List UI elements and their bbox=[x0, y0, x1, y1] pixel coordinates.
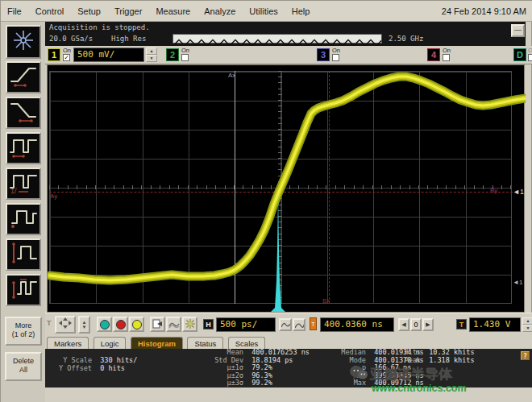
v-top-button[interactable] bbox=[6, 274, 41, 306]
left-arrow-icon: ◀ bbox=[401, 321, 405, 328]
shrink-wave-icon bbox=[281, 317, 290, 332]
trigger-level-field[interactable]: 1.430 V bbox=[469, 317, 521, 332]
channel-3-button[interactable]: 3 bbox=[317, 48, 330, 61]
peak-value: 1.318 khits bbox=[429, 356, 474, 364]
y-offset-label: Y Offset bbox=[50, 365, 92, 373]
channel-digital-button[interactable]: D bbox=[513, 48, 526, 61]
plus-width-button[interactable] bbox=[6, 132, 41, 164]
channel-1-scale-field[interactable]: 500 mV/ bbox=[73, 48, 144, 62]
marker-color-teal-button[interactable] bbox=[97, 317, 112, 332]
menu-bar: File Control Setup Trigger Measure Analy… bbox=[1, 1, 532, 22]
yellow-circle-icon bbox=[132, 320, 142, 329]
svg-text:1/: 1/ bbox=[10, 187, 17, 194]
period-icon bbox=[8, 205, 39, 233]
scope-main-area: Acquisition is stopped. 20.0 GSa/s High … bbox=[45, 22, 532, 402]
marker-star-button[interactable] bbox=[6, 25, 41, 59]
waveform-display: Ax Bx Ay By ◄1 ◄1 bbox=[47, 64, 525, 313]
sigma3-value: 99.2% bbox=[251, 379, 272, 387]
ground-reference-marker[interactable]: ◄1 bbox=[513, 279, 522, 286]
y-scale-value: 330 hits/ bbox=[100, 356, 137, 364]
sample-rate: 20.0 GSa/s bbox=[49, 35, 93, 43]
channel-1-on-label: On bbox=[63, 47, 71, 54]
menu-help[interactable]: Help bbox=[292, 6, 310, 16]
frequency-button[interactable]: 1/ bbox=[6, 168, 41, 200]
more-button[interactable]: More (1 of 2) bbox=[5, 317, 42, 346]
max-value: 400.09712 ns bbox=[374, 379, 423, 387]
delay-right-button[interactable]: ▶ bbox=[422, 318, 434, 331]
fall-time-button[interactable] bbox=[6, 97, 41, 129]
horizontal-label: H bbox=[203, 319, 214, 329]
v-top-icon bbox=[8, 276, 39, 304]
menu-analyze[interactable]: Analyze bbox=[204, 6, 235, 16]
delete-all-button[interactable]: Delete All bbox=[5, 352, 42, 381]
sigma2-value: 96.3% bbox=[251, 371, 272, 379]
help-button[interactable]: ? bbox=[521, 351, 530, 360]
min-value: 399.93845 ns bbox=[374, 371, 423, 379]
rise-time-button[interactable] bbox=[6, 61, 41, 93]
menu-measure[interactable]: Measure bbox=[156, 6, 190, 16]
marker-flag-left-icon: T bbox=[47, 319, 52, 327]
acquisition-status-bar: Acquisition is stopped. 20.0 GSa/s High … bbox=[45, 22, 526, 46]
stretch-wave-icon bbox=[295, 317, 304, 332]
zoom-in-time-button[interactable] bbox=[293, 318, 305, 331]
zoom-out-time-button[interactable] bbox=[279, 318, 292, 331]
period-button[interactable] bbox=[6, 203, 41, 235]
channel1-waveform-outer bbox=[50, 77, 526, 280]
intensity-button[interactable] bbox=[182, 317, 197, 332]
overlapping-waves-icon bbox=[168, 317, 180, 332]
channel-3-on-label: On bbox=[332, 47, 340, 54]
stats-column-1: Mean 400.0176253 ns Std Dev 18.8194 ps μ… bbox=[150, 349, 310, 387]
marker-color-red-button[interactable] bbox=[113, 317, 128, 332]
channel-4-button[interactable]: 4 bbox=[427, 48, 440, 61]
rise-time-icon bbox=[8, 64, 39, 91]
v-amplitude-icon bbox=[8, 241, 39, 268]
left-toolbar: 1/ More ( bbox=[1, 22, 45, 402]
timebase-field[interactable]: 500 ps/ bbox=[216, 317, 276, 332]
waveform-canvas bbox=[48, 65, 526, 313]
right-arrow-icon: ▶ bbox=[426, 321, 430, 328]
trigger-position-flag-icon[interactable]: T bbox=[310, 317, 317, 330]
v-amplitude-button[interactable] bbox=[6, 238, 41, 271]
menu-file[interactable]: File bbox=[7, 6, 22, 16]
window-bottom-strip bbox=[45, 387, 532, 402]
menu-trigger[interactable]: Trigger bbox=[114, 6, 142, 16]
channel-1-on-checkbox[interactable]: ✓ bbox=[63, 54, 70, 61]
channel-digital-on-checkbox[interactable] bbox=[528, 54, 532, 61]
y-offset-value: 0 hits bbox=[100, 364, 125, 372]
menu-control[interactable]: Control bbox=[35, 6, 64, 16]
persistence-button[interactable] bbox=[166, 317, 181, 332]
delete-all-line1: Delete bbox=[6, 357, 40, 366]
oscilloscope-window: File Control Setup Trigger Measure Analy… bbox=[0, 0, 532, 402]
fall-time-icon bbox=[8, 99, 39, 126]
channel-1-button[interactable]: 1 bbox=[48, 48, 60, 61]
trigger-level-spinner[interactable]: ▲▼ bbox=[522, 317, 532, 332]
acquisition-mode: High Res bbox=[111, 35, 146, 43]
stats-scale-group: Y Scale 330 hits/ Y Offset 0 hits bbox=[50, 357, 137, 372]
max-label: Max bbox=[303, 379, 366, 387]
pan-arrows-icon bbox=[58, 317, 73, 333]
export-waveform-button[interactable] bbox=[150, 317, 165, 332]
channel-2-button[interactable]: 2 bbox=[166, 48, 179, 61]
channel-3-on-checkbox[interactable] bbox=[332, 54, 339, 61]
memory-bar-wave bbox=[173, 40, 381, 46]
marker-color-yellow-button[interactable] bbox=[129, 317, 144, 332]
datetime-display: 24 Feb 2014 9:10 AM bbox=[442, 6, 526, 16]
menu-utilities[interactable]: Utilities bbox=[249, 6, 277, 16]
delay-left-button[interactable]: ◀ bbox=[398, 318, 409, 331]
channel-4-on-checkbox[interactable] bbox=[443, 54, 450, 61]
horizontal-toolbar: T ▲ ▼ bbox=[45, 313, 532, 336]
sigma1-value: 79.2% bbox=[251, 363, 272, 371]
channel-1-scale-spinner[interactable]: ▲▼ bbox=[146, 48, 157, 62]
delay-zero-button[interactable]: 0 bbox=[410, 318, 422, 331]
pan-pad-button[interactable] bbox=[55, 316, 76, 334]
acquisition-status: Acquisition is stopped. bbox=[49, 23, 150, 31]
bandwidth-display: 2.50 GHz bbox=[389, 35, 423, 43]
channel-2-on-checkbox[interactable] bbox=[181, 54, 189, 61]
channel-bar: 1 On ✓ 500 mV/ ▲▼ 2 On 3 On 4 On D On bbox=[45, 46, 532, 64]
menu-setup[interactable]: Setup bbox=[77, 6, 101, 16]
delay-field[interactable]: 400.0360 ns bbox=[320, 317, 394, 332]
trigger-level-marker[interactable]: ◄1 bbox=[513, 188, 524, 196]
minimize-button[interactable]: — bbox=[511, 24, 525, 37]
peak-label: Peak bbox=[393, 357, 421, 365]
vertical-nudge-button[interactable]: ▲ ▼ bbox=[78, 316, 90, 334]
